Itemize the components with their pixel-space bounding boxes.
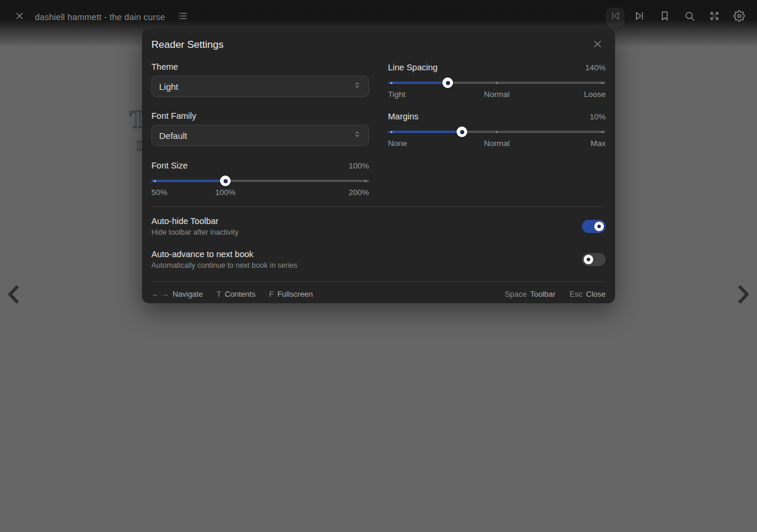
font-size-label: Font Size — [151, 161, 187, 170]
margins-max-label: Max — [590, 139, 606, 148]
line-spacing-value: 140% — [585, 63, 606, 72]
tick-min — [391, 82, 393, 84]
font-size-mid-label: 100% — [215, 188, 236, 197]
font-size-slider-thumb[interactable] — [220, 176, 231, 186]
auto-hide-toolbar-switch[interactable] — [582, 220, 606, 233]
font-family-selected-value: Default — [159, 131, 187, 141]
margins-label: Margins — [388, 112, 419, 121]
chevron-left-icon — [6, 283, 21, 308]
switch-knob — [584, 255, 593, 264]
auto-hide-toolbar-subtitle: Hide toolbar after inactivity — [151, 228, 238, 236]
shortcut-close: Esc Close — [570, 290, 606, 299]
bookmark-icon — [659, 10, 671, 24]
margins-slider-thumb[interactable] — [457, 126, 467, 137]
auto-advance-switch[interactable] — [582, 253, 606, 266]
theme-select[interactable]: Light — [151, 76, 369, 97]
next-page-button[interactable] — [733, 283, 753, 309]
tick-mid — [496, 82, 498, 84]
skip-forward-icon — [634, 10, 646, 24]
tick-min — [154, 180, 156, 182]
settings-button[interactable] — [730, 8, 749, 27]
previous-book-button[interactable] — [606, 8, 625, 27]
font-size-max-label: 200% — [348, 188, 369, 197]
select-chevrons-icon — [353, 81, 361, 92]
shortcut-navigate: ← → Navigate — [151, 290, 203, 299]
previous-page-button[interactable] — [4, 283, 24, 309]
line-spacing-min-label: Tight — [388, 90, 406, 99]
switch-knob — [594, 222, 604, 231]
auto-hide-toolbar-title: Auto-hide Toolbar — [151, 216, 238, 226]
line-spacing-label: Line Spacing — [388, 63, 438, 72]
skip-back-icon — [609, 10, 621, 24]
fullscreen-button[interactable] — [705, 8, 724, 27]
font-family-select[interactable]: Default — [151, 125, 369, 146]
theme-control: Theme Light — [151, 62, 369, 100]
close-icon — [593, 39, 603, 51]
margins-min-label: None — [388, 139, 407, 148]
auto-advance-row: Auto-advance to next book Automatically … — [151, 243, 606, 276]
reader-settings-dialog: Reader Settings Theme Light Line Spacing… — [142, 28, 615, 303]
auto-advance-title: Auto-advance to next book — [151, 249, 297, 259]
margins-value: 10% — [590, 112, 606, 121]
font-family-control: Font Family Default — [151, 111, 369, 149]
margins-mid-label: Normal — [484, 139, 510, 148]
line-spacing-control: Line Spacing 140% Tight Normal Loose — [388, 62, 606, 100]
chevron-right-icon — [736, 283, 751, 308]
dialog-title: Reader Settings — [151, 39, 224, 51]
line-spacing-slider[interactable] — [388, 77, 606, 88]
shortcut-contents: T Contents — [216, 290, 255, 299]
font-size-control: Font Size 100% 50% 100% 200% — [151, 160, 369, 198]
line-spacing-mid-label: Normal — [484, 90, 510, 99]
auto-advance-subtitle: Automatically continue to next book in s… — [151, 261, 297, 270]
book-title: dashiell hammett - the dain curse — [35, 12, 165, 22]
line-spacing-slider-thumb[interactable] — [442, 77, 453, 88]
font-family-label: Font Family — [151, 111, 369, 121]
close-icon — [14, 11, 25, 24]
margins-control: Margins 10% None Normal Max — [388, 111, 606, 149]
shortcut-toolbar: Space Toolbar — [505, 290, 556, 299]
select-chevrons-icon — [353, 130, 361, 141]
tick-min — [391, 131, 393, 133]
bookmark-button[interactable] — [655, 8, 674, 27]
shortcut-fullscreen: F Fullscreen — [269, 290, 313, 299]
contents-list-icon — [177, 11, 188, 24]
font-size-min-label: 50% — [151, 188, 167, 197]
tick-max — [365, 180, 367, 182]
settings-gear-icon — [733, 10, 745, 24]
margins-slider[interactable] — [388, 126, 606, 137]
line-spacing-max-label: Loose — [584, 90, 606, 99]
search-icon — [684, 10, 695, 24]
dialog-close-button[interactable] — [589, 37, 606, 53]
tick-mid — [496, 131, 498, 133]
close-reader-button[interactable] — [10, 8, 29, 27]
tick-max — [601, 131, 603, 133]
font-size-value: 100% — [348, 161, 369, 170]
font-size-slider[interactable] — [151, 176, 369, 186]
auto-hide-toolbar-row: Auto-hide Toolbar Hide toolbar after ina… — [151, 210, 606, 243]
shortcuts-footer: ← → Navigate T Contents F Fullscreen Spa… — [151, 281, 606, 299]
next-book-button[interactable] — [630, 8, 649, 27]
search-button[interactable] — [680, 8, 699, 27]
tick-max — [601, 82, 603, 84]
theme-label: Theme — [151, 62, 369, 72]
theme-selected-value: Light — [159, 82, 179, 92]
contents-button[interactable] — [173, 8, 192, 27]
fullscreen-icon — [709, 10, 720, 24]
